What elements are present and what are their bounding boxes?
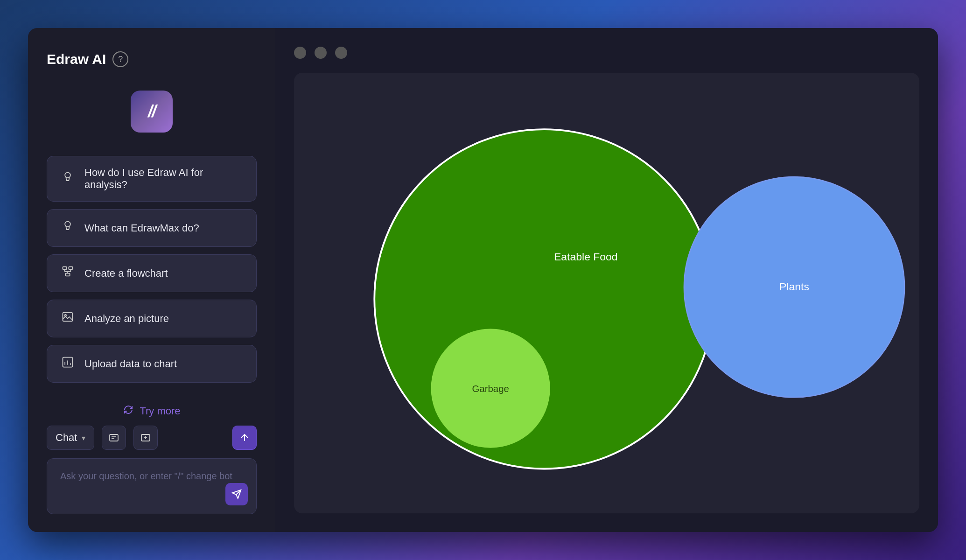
suggestion-item-analysis[interactable]: How do I use Edraw AI for analysis? (47, 156, 257, 202)
plants-label: Plants (779, 280, 809, 293)
chat-mode-label: Chat (56, 432, 77, 444)
chat-controls: Chat ▾ (47, 426, 257, 450)
garbage-label: Garbage (472, 384, 509, 394)
svg-rect-17 (110, 434, 118, 441)
svg-rect-11 (63, 313, 73, 322)
chart-icon (60, 356, 75, 372)
svg-point-2 (65, 222, 70, 227)
suggestions-list: How do I use Edraw AI for analysis? What… (47, 156, 257, 383)
bulb-icon-2 (60, 220, 75, 236)
try-more-label: Try more (140, 405, 180, 417)
sidebar: Edraw AI ? // How do I use Edraw AI for (28, 28, 275, 532)
main-panel: Eatable Food Plants Garbage (275, 28, 938, 532)
bulb-icon-1 (60, 171, 75, 187)
suggestion-text-analyze-picture: Analyze an picture (84, 313, 169, 325)
svg-rect-4 (63, 267, 67, 270)
add-button[interactable] (133, 426, 158, 450)
chat-input-area[interactable]: Ask your question, or enter "/" change b… (47, 458, 257, 514)
picture-icon (60, 310, 75, 327)
action-button[interactable] (232, 426, 257, 450)
app-window: Edraw AI ? // How do I use Edraw AI for (28, 28, 938, 532)
suggestion-item-edrawmax[interactable]: What can EdrawMax do? (47, 209, 257, 247)
chart-container: Eatable Food Plants Garbage (294, 73, 919, 513)
logo-symbol: // (148, 102, 155, 121)
flowchart-icon (60, 265, 75, 281)
try-more-button[interactable]: Try more (47, 397, 257, 426)
suggestion-item-flowchart[interactable]: Create a flowchart (47, 254, 257, 292)
send-button[interactable] (225, 483, 248, 505)
suggestion-text-analysis: How do I use Edraw AI for analysis? (84, 167, 243, 191)
svg-rect-5 (69, 267, 72, 270)
logo-box: // (131, 91, 173, 133)
suggestion-text-flowchart: Create a flowchart (84, 267, 168, 280)
bubble-chart: Eatable Food Plants Garbage (294, 73, 919, 513)
window-controls (294, 47, 919, 59)
suggestion-item-analyze-picture[interactable]: Analyze an picture (47, 300, 257, 337)
sidebar-header: Edraw AI ? (47, 51, 257, 67)
refresh-icon (123, 404, 134, 418)
chevron-down-icon: ▾ (82, 434, 85, 442)
app-title: Edraw AI (47, 51, 106, 67)
svg-rect-6 (65, 273, 70, 276)
help-button[interactable]: ? (112, 51, 128, 67)
svg-point-0 (65, 172, 70, 178)
edit-button[interactable] (102, 426, 126, 450)
suggestion-item-upload-data[interactable]: Upload data to chart (47, 345, 257, 383)
window-dot-3 (335, 47, 347, 59)
eatable-food-circle (374, 129, 714, 469)
suggestion-text-edrawmax: What can EdrawMax do? (84, 222, 199, 234)
window-dot-2 (315, 47, 327, 59)
chat-mode-select[interactable]: Chat ▾ (47, 426, 94, 450)
window-dot-1 (294, 47, 306, 59)
logo-container: // (47, 91, 257, 133)
eatable-food-label: Eatable Food (554, 251, 618, 263)
suggestion-text-upload-data: Upload data to chart (84, 358, 177, 370)
chart-svg: Eatable Food Plants Garbage (294, 73, 919, 513)
chat-input-placeholder: Ask your question, or enter "/" change b… (60, 469, 243, 483)
